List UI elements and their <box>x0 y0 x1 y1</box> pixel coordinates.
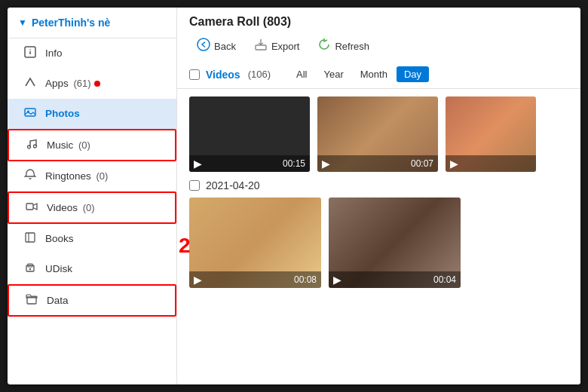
sidebar-item-ringtones-label: Ringtones <box>45 170 91 182</box>
refresh-icon <box>317 38 331 54</box>
svg-point-14 <box>198 38 210 51</box>
thumb-5-duration: 00:04 <box>433 274 456 285</box>
ringtones-count: (0) <box>93 170 109 182</box>
svg-point-2 <box>29 49 31 51</box>
sidebar-item-data-label: Data <box>47 295 69 306</box>
videos-filter-count: (106) <box>248 69 271 80</box>
sidebar-item-info-label: Info <box>45 47 63 59</box>
device-name: PeterThinh's nè <box>32 17 110 29</box>
thumb-4[interactable]: ▶ 00:08 <box>189 198 321 288</box>
thumb-5-overlay: ▶ 00:04 <box>329 271 461 288</box>
data-icon <box>24 293 39 308</box>
view-tabs: All Year Month Day <box>289 66 429 82</box>
bottom-section: 2 ▶ 00:08 ▶ 00:04 <box>189 198 568 288</box>
sidebar-item-data[interactable]: Data 3 <box>8 284 176 317</box>
main-header: Camera Roll (803) Back Export <box>177 8 580 89</box>
sidebar-item-photos[interactable]: Photos 1 <box>8 99 176 129</box>
play-icon-5: ▶ <box>333 274 341 286</box>
thumb-1[interactable]: ▶ 00:15 <box>189 96 310 172</box>
svg-rect-8 <box>26 204 33 210</box>
apps-icon <box>23 76 38 90</box>
page-title: Camera Roll (803) <box>189 15 568 29</box>
gallery-top-row: ▶ 00:15 ▶ 00:07 ▶ <box>189 96 568 172</box>
svg-rect-3 <box>25 109 35 116</box>
thumb-3[interactable]: ▶ <box>446 96 536 172</box>
videos-checkbox[interactable] <box>189 69 200 80</box>
refresh-button[interactable]: Refresh <box>310 35 377 57</box>
export-icon <box>254 38 268 54</box>
tab-year[interactable]: Year <box>316 66 351 82</box>
svg-point-6 <box>34 145 37 148</box>
tab-all[interactable]: All <box>289 66 314 82</box>
tab-month[interactable]: Month <box>353 66 395 82</box>
export-label: Export <box>271 41 300 52</box>
apps-count: (61) <box>71 78 91 89</box>
thumb-2[interactable]: ▶ 00:07 <box>317 96 438 172</box>
apps-badge <box>94 81 100 87</box>
sidebar-item-apps-label: Apps <box>45 78 69 89</box>
back-icon <box>197 38 210 54</box>
videos-icon <box>24 201 39 215</box>
music-icon <box>24 138 39 152</box>
videos-filter-label: Videos <box>206 69 240 81</box>
play-icon-4: ▶ <box>194 274 202 286</box>
ringtones-icon <box>23 169 38 183</box>
filter-row: Videos (106) All Year Month Day <box>189 66 568 88</box>
sidebar-item-music-label: Music <box>47 139 73 151</box>
sidebar-item-videos-label: Videos <box>47 202 78 213</box>
annotation-2: 2 <box>179 235 191 256</box>
sidebar-item-music[interactable]: Music (0) <box>8 129 176 161</box>
sidebar-item-videos[interactable]: Videos (0) <box>8 191 176 224</box>
play-icon-3: ▶ <box>450 158 458 170</box>
thumb-1-overlay: ▶ 00:15 <box>189 155 310 172</box>
udisk-icon <box>23 262 38 276</box>
sidebar-item-udisk[interactable]: UDisk <box>8 254 176 284</box>
gallery-bottom-row: ▶ 00:08 ▶ 00:04 <box>189 198 568 288</box>
thumb-4-duration: 00:08 <box>294 274 317 285</box>
toolbar: Back Export Refresh <box>189 35 568 63</box>
sidebar-item-udisk-label: UDisk <box>45 263 72 274</box>
refresh-label: Refresh <box>335 41 369 52</box>
videos-sidebar-count: (0) <box>80 202 95 213</box>
sidebar-item-ringtones[interactable]: Ringtones (0) <box>8 161 176 191</box>
thumb-3-overlay: ▶ <box>446 155 536 172</box>
sidebar-item-info[interactable]: Info <box>8 38 176 69</box>
thumb-5[interactable]: ▶ 00:04 <box>329 198 461 288</box>
svg-point-13 <box>29 268 31 270</box>
tab-day[interactable]: Day <box>397 66 429 82</box>
thumb-1-duration: 00:15 <box>283 158 305 169</box>
main-panel: Camera Roll (803) Back Export <box>177 8 580 384</box>
sidebar: ▼ PeterThinh's nè Info Apps (61) <box>8 8 177 384</box>
svg-point-5 <box>28 145 31 149</box>
svg-rect-9 <box>26 233 35 242</box>
device-item[interactable]: ▼ PeterThinh's nè <box>8 8 176 38</box>
books-icon <box>23 231 38 246</box>
svg-rect-15 <box>256 45 266 50</box>
play-icon-1: ▶ <box>194 158 202 170</box>
gallery-area: ▶ 00:15 ▶ 00:07 ▶ <box>177 89 580 384</box>
thumb-4-overlay: ▶ 00:08 <box>189 271 321 288</box>
date-checkbox[interactable] <box>189 180 200 191</box>
play-icon-2: ▶ <box>322 158 330 170</box>
sidebar-item-books-label: Books <box>45 233 74 244</box>
photos-icon <box>23 106 38 121</box>
back-label: Back <box>214 41 236 52</box>
date-label: 2021-04-20 <box>206 179 260 191</box>
chevron-icon: ▼ <box>18 17 27 28</box>
date-header: 2021-04-20 <box>189 179 568 191</box>
export-button[interactable]: Export <box>247 35 308 57</box>
thumb-2-overlay: ▶ 00:07 <box>317 155 438 172</box>
sidebar-item-books[interactable]: Books <box>8 224 176 254</box>
sidebar-item-photos-label: Photos <box>45 108 80 119</box>
info-icon <box>23 46 38 60</box>
music-count: (0) <box>75 139 90 151</box>
thumb-2-duration: 00:07 <box>411 158 433 169</box>
sidebar-item-apps[interactable]: Apps (61) <box>8 69 176 99</box>
back-button[interactable]: Back <box>189 35 243 57</box>
